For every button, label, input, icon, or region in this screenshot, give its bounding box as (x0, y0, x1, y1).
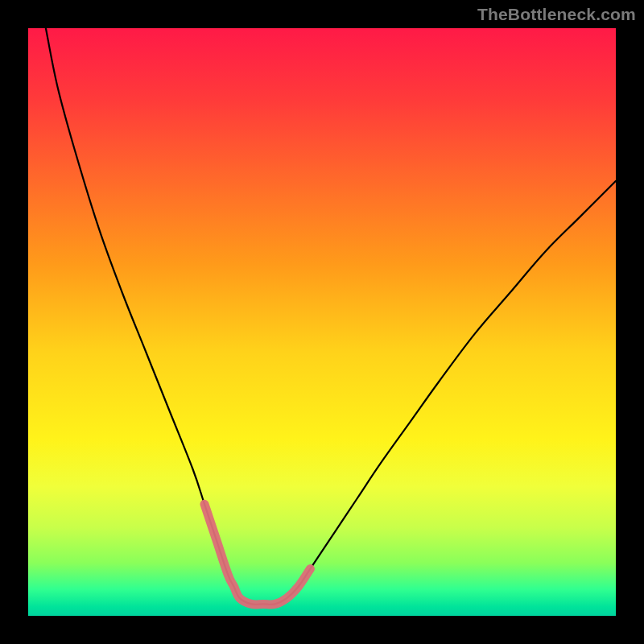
watermark-text: TheBottleneck.com (477, 5, 636, 24)
chart-frame: TheBottleneck.com (0, 0, 644, 644)
plot-area (28, 28, 616, 616)
bottleneck-chart (28, 28, 616, 616)
gradient-background (28, 28, 616, 616)
